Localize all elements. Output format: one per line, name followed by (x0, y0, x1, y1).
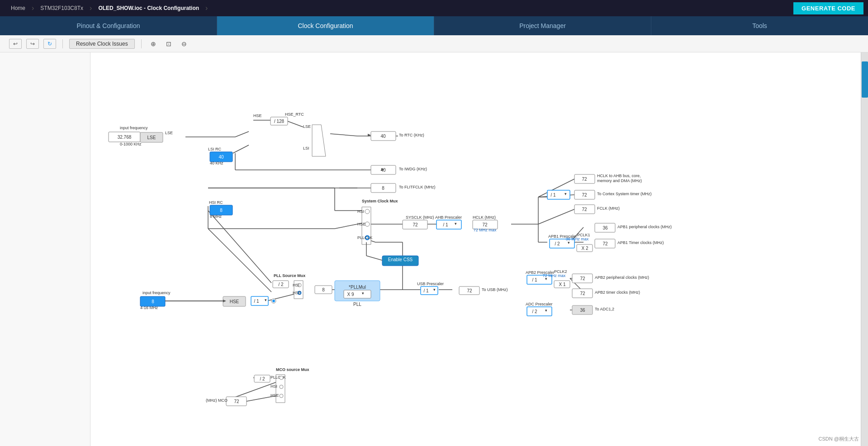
svg-text:LSE: LSE (303, 124, 311, 129)
svg-text:▾: ▾ (433, 287, 436, 292)
tab-clock[interactable]: Clock Configuration (217, 16, 434, 35)
clock-diagram: input frequency 32.768 0-1000 KHz LSE LS… (95, 57, 674, 427)
svg-text:▾: ▾ (362, 291, 364, 296)
svg-text:▾: ▾ (265, 298, 267, 302)
right-scrollbar[interactable] (861, 52, 868, 446)
svg-text:72: 72 (413, 222, 418, 227)
svg-text:HSI: HSI (270, 384, 277, 389)
nav-sep3: › (205, 4, 208, 12)
svg-text:HSE: HSE (230, 299, 239, 304)
generate-code-button[interactable]: GENERATE CODE (793, 2, 863, 14)
svg-text:8: 8 (220, 208, 223, 213)
svg-text:HCLK to AHB bus, core,: HCLK to AHB bus, core, (597, 174, 641, 178)
svg-text:APB2 peripheral clocks (MHz): APB2 peripheral clocks (MHz) (595, 275, 649, 280)
undo-button[interactable]: ↩ (9, 39, 22, 49)
svg-text:36: 36 (580, 308, 585, 313)
svg-text:HSE_RTC: HSE_RTC (285, 112, 304, 117)
svg-text:72: 72 (467, 288, 472, 293)
svg-text:/ 128: / 128 (274, 119, 285, 124)
resolve-clock-button[interactable]: Resolve Clock Issues (69, 39, 135, 49)
svg-text:*PLLMul: *PLLMul (349, 285, 366, 290)
svg-text:memory and DMA (MHz): memory and DMA (MHz) (597, 178, 642, 183)
svg-text:HSE: HSE (270, 393, 279, 398)
svg-line-160 (366, 256, 382, 260)
svg-text:HSI: HSI (293, 283, 299, 287)
tab-bar: Pinout & Configuration Clock Configurati… (0, 16, 868, 35)
svg-text:FCLK (MHz): FCLK (MHz) (597, 206, 620, 211)
svg-text:LSI RC: LSI RC (208, 147, 222, 151)
svg-point-205 (280, 376, 283, 380)
svg-text:72: 72 (602, 241, 608, 246)
svg-text:/ 1: / 1 (443, 222, 448, 227)
svg-text:To USB (MHz): To USB (MHz) (482, 287, 508, 292)
svg-text:X 2: X 2 (581, 246, 588, 251)
svg-line-7 (330, 134, 357, 136)
svg-text:4-16 MHz: 4-16 MHz (140, 305, 158, 310)
svg-text:HSI: HSI (357, 209, 364, 214)
svg-text:Enable CSS: Enable CSS (388, 257, 413, 262)
svg-text:72: 72 (582, 207, 587, 212)
svg-line-3 (233, 145, 249, 153)
redo-button[interactable]: ↪ (26, 39, 39, 49)
svg-text:72: 72 (580, 291, 585, 296)
tab-tools[interactable]: Tools (651, 16, 868, 35)
svg-text:HSE: HSE (293, 291, 301, 295)
zoom-out-icon[interactable]: ⊖ (179, 39, 190, 48)
svg-text:SYSCLK (MHz): SYSCLK (MHz) (406, 215, 434, 220)
svg-line-41 (208, 229, 271, 292)
diagram-area[interactable]: input frequency 32.768 0-1000 KHz LSE LS… (90, 52, 861, 446)
svg-text:/ 2: / 2 (260, 376, 265, 381)
svg-text:X 1: X 1 (559, 282, 565, 287)
refresh-button[interactable]: ↻ (43, 39, 56, 49)
nav-home[interactable]: Home (5, 2, 32, 14)
svg-text:40: 40 (218, 155, 224, 160)
svg-text:72: 72 (580, 276, 585, 281)
svg-text:40: 40 (380, 134, 386, 139)
svg-text:USB Prescaler: USB Prescaler (417, 282, 444, 286)
svg-text:To Cortex System timer (MHz): To Cortex System timer (MHz) (597, 192, 652, 196)
svg-point-206 (280, 385, 283, 389)
svg-text:HSE: HSE (253, 113, 262, 118)
tab-project[interactable]: Project Manager (434, 16, 651, 35)
svg-text:To ADC1,2: To ADC1,2 (595, 307, 614, 311)
svg-point-91 (365, 209, 370, 214)
svg-text:HSI RC: HSI RC (209, 200, 223, 205)
svg-text:PLLCLK: PLLCLK (357, 235, 373, 240)
svg-text:To RTC (KHz): To RTC (KHz) (399, 133, 424, 137)
svg-text:APB1 peripheral clocks (MHz): APB1 peripheral clocks (MHz) (617, 225, 672, 229)
svg-text:ADC Prescaler: ADC Prescaler (526, 302, 553, 306)
svg-line-44 (267, 294, 294, 301)
svg-text:8: 8 (152, 299, 154, 304)
fit-icon[interactable]: ⊡ (163, 39, 174, 48)
svg-text:HCLK (MHz): HCLK (MHz) (473, 215, 496, 220)
svg-line-211 (247, 396, 276, 401)
scroll-thumb[interactable] (862, 61, 868, 98)
svg-text:/ 1: / 1 (550, 192, 556, 197)
left-panel (0, 52, 90, 446)
toolbar-divider (62, 39, 63, 48)
tab-pinout[interactable]: Pinout & Configuration (0, 16, 217, 35)
zoom-in-icon[interactable]: ⊕ (148, 39, 159, 48)
svg-text:To FLITFCLK (MHz): To FLITFCLK (MHz) (399, 185, 436, 189)
svg-text:LSI: LSI (303, 146, 309, 150)
svg-text:32.768: 32.768 (118, 135, 132, 140)
nav-file[interactable]: OLED_SHOW.ioc - Clock Configuration (92, 2, 205, 14)
svg-text:72: 72 (582, 177, 587, 182)
svg-text:/ 1: / 1 (532, 277, 537, 282)
svg-text:0-1000 KHz: 0-1000 KHz (120, 142, 142, 146)
svg-text:To IWDG (KHz): To IWDG (KHz) (399, 167, 427, 171)
svg-text:LSE: LSE (165, 131, 173, 135)
svg-line-2 (235, 131, 249, 137)
svg-line-40 (208, 211, 271, 283)
svg-text:/ 2: / 2 (278, 282, 284, 287)
svg-marker-73 (312, 125, 326, 156)
svg-point-180 (272, 300, 275, 302)
svg-text:8: 8 (382, 186, 384, 191)
svg-text:input frequency: input frequency (120, 126, 148, 130)
nav-chip[interactable]: STM32F103C8Tx (34, 2, 90, 14)
svg-text:AHB Prescaler: AHB Prescaler (435, 215, 462, 220)
svg-text:APB2 timer clocks (MHz): APB2 timer clocks (MHz) (595, 290, 640, 295)
svg-text:System Clock Mux: System Clock Mux (362, 199, 398, 203)
svg-text:/ 2: / 2 (555, 241, 560, 246)
svg-text:PLL Source Mux: PLL Source Mux (274, 273, 305, 278)
